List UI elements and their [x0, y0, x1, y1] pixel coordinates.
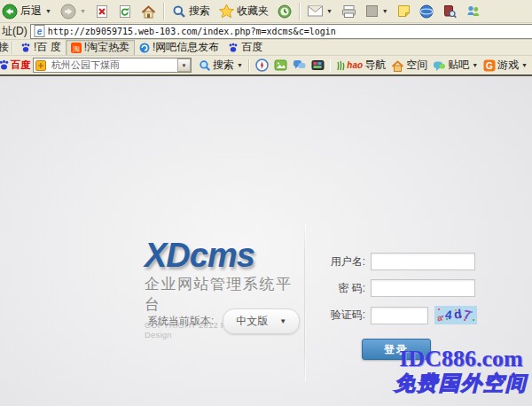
stop-icon [95, 4, 109, 19]
address-label: 址(D) [1, 24, 30, 39]
captcha-image[interactable]: a 4 d 7 [434, 306, 477, 324]
captcha-char: 7 [463, 307, 472, 322]
link-label: 百度 [241, 40, 262, 55]
toolbar-separator [330, 59, 332, 72]
back-label: 后退 [20, 4, 42, 19]
favorites-star-icon [219, 4, 234, 19]
grass-icon [336, 59, 345, 71]
messenger-sphere-button[interactable] [415, 3, 438, 20]
hotword-badge-icon [35, 60, 46, 71]
link-item-netbar[interactable]: !网吧信息发布 [135, 41, 223, 55]
link-label: !淘宝热卖 [84, 40, 129, 55]
baidu-search-button[interactable]: 搜索 ▼ [196, 58, 246, 73]
address-bar: 址(D) e [0, 23, 532, 40]
address-input[interactable] [48, 25, 532, 38]
xdcms-logo: XDcms [145, 238, 304, 273]
research-book-icon [442, 4, 457, 19]
link-item-baidu-1[interactable]: !百 度 [16, 41, 66, 55]
notes-button[interactable] [393, 3, 415, 20]
back-button[interactable]: 后退 ▼ [0, 2, 56, 21]
home-button[interactable] [137, 3, 160, 20]
toolbar-separator [299, 3, 301, 20]
watermark: IDC886.com 免费国外空间 [390, 347, 532, 397]
stop-button[interactable] [90, 3, 113, 20]
refresh-button[interactable] [113, 3, 137, 20]
toolbar-separator [248, 59, 250, 72]
messenger-buddy-button[interactable] [461, 3, 485, 20]
search-label: 搜索 [189, 4, 210, 19]
mail-button[interactable]: ▼ [303, 4, 337, 19]
screen: 后退 ▼ ▼ [0, 0, 532, 406]
taobao-icon: 淘 [71, 43, 82, 53]
research-button[interactable] [438, 3, 461, 20]
baidu-music-button[interactable] [253, 59, 271, 72]
baidu-paw-icon [20, 43, 31, 53]
images-icon [274, 59, 287, 72]
home-icon [141, 4, 156, 19]
games-dropdown-icon[interactable]: ▼ [521, 62, 528, 68]
search-button[interactable]: 搜索 [168, 2, 215, 20]
baidu-search-box[interactable]: 杭州公园下煤雨 ▼ [33, 58, 192, 73]
back-icon [2, 4, 18, 20]
link-label: !百 度 [34, 40, 61, 55]
baidu-toolbar-logo[interactable]: 百度 [0, 59, 33, 72]
nav-label: 导航 [364, 58, 386, 73]
baidu-paw-icon [228, 43, 239, 53]
game-g-icon: G [483, 59, 496, 72]
tieba-bubbles-icon [433, 59, 446, 72]
edit-button[interactable]: ▼ [361, 3, 393, 20]
tieba-dropdown-icon[interactable]: ▼ [472, 62, 478, 68]
video-icon [311, 59, 325, 72]
print-button[interactable] [337, 3, 361, 20]
version-dropdown[interactable]: 中文版 ▼ [223, 308, 300, 334]
globe-sphere-icon [419, 4, 434, 19]
forward-dropdown-icon[interactable]: ▼ [80, 8, 86, 14]
username-label: 用户名: [328, 254, 365, 269]
password-input[interactable] [371, 279, 475, 297]
favorites-label: 收藏夹 [237, 4, 269, 19]
username-input[interactable] [371, 253, 475, 270]
baidu-images-button[interactable] [271, 59, 290, 72]
version-dropdown-icon: ▼ [279, 317, 286, 325]
panel-divider [304, 223, 306, 381]
standard-buttons-toolbar: 后退 ▼ ▼ [0, 0, 532, 23]
print-icon [341, 4, 356, 19]
baidu-search-value[interactable]: 杭州公园下煤雨 [48, 59, 177, 72]
watermark-line2: 免费国外空间 [390, 371, 532, 397]
baidu-hao123-nav-button[interactable]: hao 导航 [333, 58, 388, 73]
baidu-chat-button[interactable] [290, 59, 309, 72]
game-g-glyph: G [486, 60, 493, 70]
forward-icon [60, 4, 76, 20]
captcha-char: a [436, 313, 443, 324]
baidu-video-button[interactable] [309, 59, 327, 72]
messenger-buddy-icon [466, 4, 481, 18]
baidu-games-button[interactable]: G 游戏 ▼ [481, 58, 530, 73]
back-dropdown-icon[interactable]: ▼ [45, 8, 51, 14]
toolbar-separator [12, 42, 13, 54]
chat-bubbles-icon [293, 59, 306, 72]
captcha-char: d [453, 307, 462, 322]
link-item-baidu-2[interactable]: 百度 [223, 41, 267, 55]
login-page: XDcms 企业网站管理系统平台 COPYRIGHT 2012 Power By… [0, 76, 532, 406]
search-box-dropdown-icon[interactable]: ▼ [177, 59, 191, 72]
password-row: 密 码: [328, 279, 475, 297]
search-dropdown-icon[interactable]: ▼ [237, 62, 243, 68]
username-row: 用户名: [328, 253, 475, 270]
search-icon [172, 4, 186, 19]
mail-dropdown-icon[interactable]: ▼ [326, 8, 332, 14]
baidu-space-button[interactable]: 空间 [388, 58, 430, 73]
address-field[interactable]: e [30, 24, 532, 39]
taobao-glyph: 淘 [73, 44, 80, 52]
history-button[interactable] [273, 3, 296, 20]
house-icon [391, 59, 404, 72]
swirl-circle-icon [139, 43, 150, 53]
forward-button[interactable]: ▼ [56, 2, 90, 21]
watermark-line1: IDC886.com [390, 347, 532, 371]
captcha-input[interactable] [371, 307, 428, 324]
edit-dropdown-icon[interactable]: ▼ [382, 8, 388, 14]
version-value: 中文版 [236, 314, 268, 329]
baidu-tieba-button[interactable]: 贴吧 ▼ [430, 58, 481, 73]
link-item-taobao[interactable]: 淘 !淘宝热卖 [66, 40, 135, 56]
refresh-icon [118, 4, 132, 19]
favorites-button[interactable]: 收藏夹 [215, 2, 273, 20]
